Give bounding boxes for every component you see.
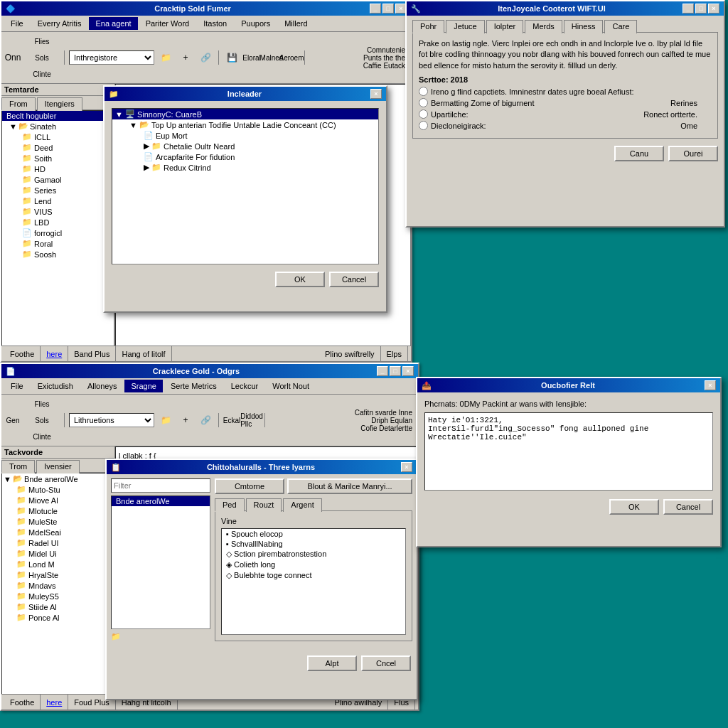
props-radio1[interactable] — [419, 87, 428, 96]
toolbar-plus[interactable]: + — [177, 50, 194, 65]
tree-item-vius[interactable]: 📁VIUS — [19, 206, 114, 217]
panel-tab-tengiers[interactable]: Itengiers — [37, 97, 82, 111]
menu-puupors[interactable]: Puupors — [235, 17, 277, 30]
ctx-item-schvall[interactable]: ▪ SchvalllNabing — [222, 539, 405, 549]
menu-millerd[interactable]: Millerd — [278, 17, 314, 30]
ctx-close[interactable]: × — [401, 462, 412, 472]
menu-ena[interactable]: Ena agent — [89, 17, 137, 30]
props-ourei-button[interactable]: Ourei — [668, 146, 718, 161]
bottom-tree-ponce[interactable]: 📁Ponce Al — [14, 612, 114, 623]
bottom-tree-lond[interactable]: 📁Lond M — [14, 559, 114, 569]
bmenu-file[interactable]: File — [4, 380, 30, 392]
bmenu-allon[interactable]: Alloneys — [81, 380, 124, 392]
tree-item-roral[interactable]: 📁Roral — [19, 238, 114, 249]
output-cancel-btn[interactable]: Cancel — [663, 499, 713, 515]
tree-item-redux[interactable]: ▶ 📁 Redux Citrind — [141, 162, 378, 173]
props-minimize[interactable]: _ — [682, 4, 694, 14]
ctx-tab-argent[interactable]: Argent — [283, 498, 321, 512]
ctx-cncel-btn[interactable]: Cncel — [361, 655, 411, 671]
toolbar-disk[interactable]: 💾 — [223, 50, 240, 65]
status-here[interactable]: here — [41, 346, 68, 361]
props-option4[interactable]: Diecloneigirack: Ome — [419, 121, 712, 130]
output-textarea[interactable] — [424, 412, 713, 491]
ctx-filter-input[interactable] — [111, 478, 210, 493]
ctx-item-colieth[interactable]: ◈ Colieth long — [222, 560, 405, 570]
tree-selected[interactable]: Beclt hogubler — [2, 111, 114, 121]
ctx-alpt-btn[interactable]: Alpt — [307, 655, 357, 671]
tree-item-eupmort[interactable]: 📄 Eup Mort — [141, 130, 378, 141]
bottom-tree-muleste[interactable]: 📁MuleSte — [14, 516, 114, 527]
bottom-tree-muto[interactable]: 📁Muto-Stu — [14, 484, 114, 495]
toolbar-flies[interactable]: Flies — [24, 33, 60, 49]
toolbar-dropdown[interactable]: Inthregistore — [69, 50, 154, 65]
tree-item-series[interactable]: 📁Series — [19, 185, 114, 196]
ctx-tab-ped[interactable]: Ped — [215, 498, 245, 512]
props-titlebar[interactable]: 🔧 ItenJoycale Cooterot WIFT.UI _ □ × — [407, 1, 724, 16]
tab-hiness[interactable]: Hiness — [564, 20, 604, 33]
bmenu-exict[interactable]: Exictudish — [31, 380, 80, 392]
toolbar-malned[interactable]: Malned — [263, 50, 280, 65]
btoolbar-chain[interactable]: 🔗 — [197, 412, 214, 428]
props-option2[interactable]: Bermatting Zome of bigurnent Rerines — [419, 98, 712, 107]
output-close[interactable]: × — [705, 380, 716, 390]
btoolbar-dropdown[interactable]: Lithruetions — [69, 413, 154, 427]
panel-tab-from[interactable]: From — [1, 97, 36, 111]
tree-dialog-tree[interactable]: ▼ 🖥️ SinnonyC: CuareB ▼ 📂 Top Up anteria… — [112, 108, 379, 264]
menu-everry[interactable]: Everry Atritis — [31, 17, 88, 30]
toolbar-chain[interactable]: 🔗 — [197, 50, 214, 65]
tree-item-deed[interactable]: 📁Deed — [19, 142, 114, 153]
top-main-titlebar[interactable]: 🔷 Cracktip Sold Fumer _ □ × — [1, 1, 411, 16]
props-canu-button[interactable]: Canu — [614, 146, 664, 161]
tab-pohr[interactable]: Pohr — [412, 20, 444, 33]
props-close[interactable]: × — [708, 4, 719, 14]
toolbar-sols[interactable]: Sols — [24, 50, 60, 65]
maximize-button[interactable]: □ — [382, 4, 394, 14]
ctx-titlebar[interactable]: 📋 Chittohaluralls - Three lyarns × — [107, 460, 417, 474]
tree-item-sinateh[interactable]: ▼ 📂 Sinateh — [8, 121, 114, 132]
tab-jetuce[interactable]: Jetuce — [446, 20, 484, 33]
bottom-main-titlebar[interactable]: 📄 Cracklece Gold - Odgrs _ □ × — [1, 364, 418, 378]
tree-item-arcap[interactable]: 📄 Arcapfarite For fidution — [141, 151, 378, 162]
bottom-tree-mlotucle[interactable]: 📁Mlotucle — [14, 505, 114, 516]
minimize-button[interactable]: _ — [370, 4, 381, 14]
tree-item-soosh[interactable]: 📁Soosh — [19, 249, 114, 259]
ctx-item-sction[interactable]: ◇ Sction pirembatronstestion — [222, 549, 405, 560]
tree-item-lend[interactable]: 📁Lend — [19, 196, 114, 206]
tab-care[interactable]: Care — [604, 20, 637, 33]
btoolbar-diddod[interactable]: DiddodPllc — [243, 412, 260, 428]
bmenu-serte[interactable]: Serte Metrics — [164, 380, 223, 392]
bottom-tree-radel[interactable]: 📁Radel Ul — [14, 537, 114, 548]
tree-item-chetalie[interactable]: ▶ 📁 Chetalie Oultr Neard — [141, 141, 378, 151]
btoolbar-plus[interactable]: + — [177, 412, 194, 428]
ctx-item-buleb[interactable]: ◇ Bulebhte toge connect — [222, 570, 405, 581]
tab-iolpter[interactable]: Iolpter — [486, 20, 524, 33]
props-radio2[interactable] — [419, 98, 428, 107]
menu-itaston[interactable]: Itaston — [197, 17, 233, 30]
bottom-tree-mndavs[interactable]: 📁Mndavs — [14, 580, 114, 591]
btoolbar-eckal[interactable]: Eckal — [223, 412, 240, 428]
tree-dialog-titlebar[interactable]: 📁 Incleader × — [105, 87, 386, 101]
tab-merds[interactable]: Merds — [525, 20, 562, 33]
ctx-item-spouch[interactable]: ▪ Spouch elocop — [222, 529, 405, 539]
props-option3[interactable]: Upartilche: Ronect ortterte. — [419, 109, 712, 119]
bottom-tab-trom[interactable]: Trom — [1, 460, 35, 473]
toolbar-clinte[interactable]: Clinte — [24, 66, 60, 82]
toolbar-eloral[interactable]: Eloral — [243, 50, 260, 65]
bottom-tree-mdelseai[interactable]: 📁MdelSeai — [14, 527, 114, 537]
toolbar-folder[interactable]: 📁 — [157, 50, 174, 65]
tree-cancel-button[interactable]: Cancel — [329, 272, 379, 287]
tree-root-item[interactable]: ▼ 🖥️ SinnonyC: CuareB — [112, 109, 378, 119]
props-radio4[interactable] — [419, 121, 428, 130]
bottom-tree-stiide[interactable]: 📁Stiide Al — [14, 601, 114, 612]
ctx-blout-btn[interactable]: Blout & Marilce Manryi... — [287, 478, 412, 494]
bottom-close[interactable]: × — [402, 366, 414, 376]
ctx-tab-rouzt[interactable]: Rouzt — [246, 498, 282, 512]
bottom-tree-hryal[interactable]: 📁HryalSte — [14, 569, 114, 580]
tree-item-icll[interactable]: 📁ICLL — [19, 132, 114, 142]
tree-item-topup[interactable]: ▼ 📂 Top Up anterian Todifie Untable Ladi… — [127, 119, 378, 130]
ctx-tree-bnde[interactable]: Bnde anerolWe — [112, 496, 210, 506]
output-titlebar[interactable]: 📤 Oucbofier Relt × — [417, 378, 720, 392]
tree-dialog-close[interactable]: × — [370, 89, 382, 99]
bottom-maximize[interactable]: □ — [390, 366, 401, 376]
menu-pariter[interactable]: Pariter Word — [139, 17, 196, 30]
